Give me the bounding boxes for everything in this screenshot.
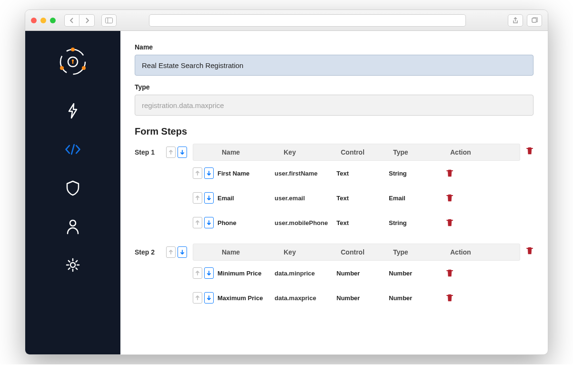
svg-point-11 xyxy=(70,220,76,226)
table-header: NameKeyControlTypeAction xyxy=(193,244,520,261)
step-label: Step 1 xyxy=(135,144,161,158)
type-label: Type xyxy=(135,83,533,91)
step-move-down-button[interactable] xyxy=(178,246,187,258)
svg-point-12 xyxy=(70,263,75,267)
step-block: Step 2NameKeyControlTypeActionMinimum Pr… xyxy=(135,244,533,310)
row-move-up-button[interactable] xyxy=(193,167,202,179)
svg-rect-2 xyxy=(532,18,536,22)
lightning-icon[interactable] xyxy=(64,102,81,119)
table-header: NameKeyControlTypeAction xyxy=(193,144,520,161)
window-controls xyxy=(31,18,56,23)
cell-type: String xyxy=(389,170,446,177)
cell-name: Email xyxy=(217,195,275,202)
cell-type: Number xyxy=(389,294,446,302)
name-input[interactable]: Real Estate Search Registration xyxy=(135,55,533,76)
cell-key: user.email xyxy=(275,195,336,202)
row-move-down-button[interactable] xyxy=(204,217,214,228)
cell-key: data.maxprice xyxy=(275,294,336,302)
cell-name: Maximum Price xyxy=(217,294,275,302)
cell-name: Minimum Price xyxy=(217,270,275,277)
app-logo xyxy=(54,43,92,81)
cell-type: String xyxy=(389,219,446,226)
tabs-button[interactable] xyxy=(527,14,542,27)
row-move-down-button[interactable] xyxy=(204,267,214,279)
cell-name: Phone xyxy=(217,219,275,226)
table-row: Phoneuser.mobilePhoneTextString xyxy=(193,210,520,235)
col-control: Control xyxy=(341,148,393,156)
col-type: Type xyxy=(393,248,450,256)
col-name: Name xyxy=(222,148,284,156)
table-row: Maximum Pricedata.maxpriceNumberNumber xyxy=(193,285,520,310)
svg-rect-0 xyxy=(106,18,113,23)
svg-line-10 xyxy=(71,145,74,154)
user-icon[interactable] xyxy=(64,218,81,235)
row-delete-button[interactable] xyxy=(446,194,474,202)
form-steps-heading: Form Steps xyxy=(135,126,533,137)
table-row: First Nameuser.firstNameTextString xyxy=(193,161,520,186)
step-label: Step 2 xyxy=(135,244,161,258)
gear-icon[interactable] xyxy=(64,256,81,274)
browser-window: Name Real Estate Search Registration Typ… xyxy=(25,10,548,355)
row-move-down-button[interactable] xyxy=(204,167,214,179)
type-input-placeholder: registration.data.maxprice xyxy=(142,101,224,109)
cell-type: Email xyxy=(389,195,446,202)
cell-key: user.mobilePhone xyxy=(275,219,336,226)
cell-control: Number xyxy=(336,270,389,277)
name-label: Name xyxy=(135,43,533,51)
row-move-down-button[interactable] xyxy=(204,292,214,304)
col-control: Control xyxy=(341,248,393,256)
svg-point-6 xyxy=(82,66,86,70)
row-move-up-button[interactable] xyxy=(193,267,202,279)
table-row: Minimum Pricedata.minpriceNumberNumber xyxy=(193,261,520,285)
row-delete-button[interactable] xyxy=(446,218,474,227)
back-button[interactable] xyxy=(64,14,79,27)
name-input-value: Real Estate Search Registration xyxy=(142,61,243,69)
col-name: Name xyxy=(222,248,284,256)
maximize-window-button[interactable] xyxy=(50,18,56,23)
svg-rect-9 xyxy=(72,61,73,64)
col-action: Action xyxy=(450,248,488,256)
row-move-up-button[interactable] xyxy=(193,192,202,204)
step-move-down-button[interactable] xyxy=(178,147,187,158)
address-bar[interactable] xyxy=(149,14,466,27)
cell-name: First Name xyxy=(217,170,275,177)
cell-control: Text xyxy=(336,195,389,202)
forward-button[interactable] xyxy=(79,14,95,27)
step-move-up-button[interactable] xyxy=(166,147,176,158)
svg-point-5 xyxy=(60,66,64,70)
nav-back-forward xyxy=(64,14,95,27)
cell-type: Number xyxy=(389,270,446,277)
cell-control: Text xyxy=(336,170,389,177)
row-move-up-button[interactable] xyxy=(193,292,202,304)
step-move-up-button[interactable] xyxy=(166,246,176,258)
code-icon[interactable] xyxy=(64,141,81,158)
titlebar xyxy=(25,10,548,31)
share-button[interactable] xyxy=(508,14,523,27)
col-key: Key xyxy=(284,248,341,256)
cell-key: user.firstName xyxy=(275,170,336,177)
sidebar xyxy=(25,31,120,354)
step-delete-button[interactable] xyxy=(526,144,533,155)
minimize-window-button[interactable] xyxy=(40,18,46,23)
col-type: Type xyxy=(393,148,450,156)
row-delete-button[interactable] xyxy=(446,294,474,302)
col-action: Action xyxy=(450,148,488,156)
cell-key: data.minprice xyxy=(275,270,336,277)
shield-icon[interactable] xyxy=(64,179,81,196)
cell-control: Text xyxy=(336,219,389,226)
table-row: Emailuser.emailTextEmail xyxy=(193,186,520,210)
close-window-button[interactable] xyxy=(31,18,37,23)
main-content: Name Real Estate Search Registration Typ… xyxy=(120,31,548,354)
sidebar-toggle-button[interactable] xyxy=(101,14,117,27)
cell-control: Number xyxy=(336,294,389,302)
type-input[interactable]: registration.data.maxprice xyxy=(135,95,533,116)
row-delete-button[interactable] xyxy=(446,269,474,277)
col-key: Key xyxy=(284,148,341,156)
step-block: Step 1NameKeyControlTypeActionFirst Name… xyxy=(135,144,533,235)
svg-point-4 xyxy=(71,48,75,51)
row-move-up-button[interactable] xyxy=(193,217,202,228)
row-delete-button[interactable] xyxy=(446,169,474,177)
step-delete-button[interactable] xyxy=(526,244,533,255)
row-move-down-button[interactable] xyxy=(204,192,214,204)
